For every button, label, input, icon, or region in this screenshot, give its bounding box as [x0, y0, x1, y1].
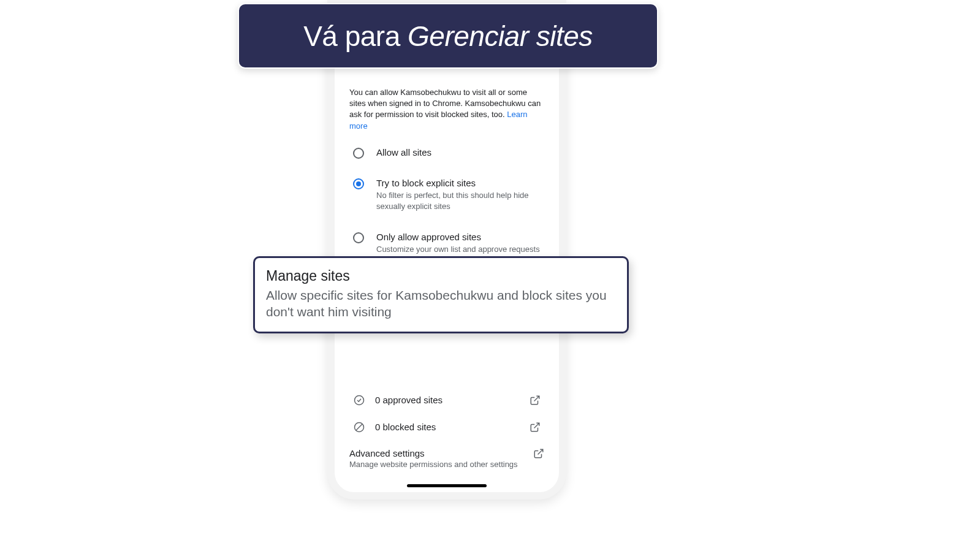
banner-text: Vá para Gerenciar sites	[303, 20, 593, 53]
svg-line-1	[534, 396, 539, 401]
svg-line-4	[534, 423, 539, 428]
radio-icon	[353, 148, 364, 159]
option-description: No filter is perfect, but this should he…	[376, 190, 544, 212]
option-title: Only allow approved sites	[376, 231, 544, 243]
instruction-banner: Vá para Gerenciar sites	[238, 3, 658, 69]
block-icon	[353, 421, 365, 433]
blocked-count: 0 blocked sites	[375, 422, 520, 432]
svg-line-5	[538, 449, 543, 454]
settings-screen: You can allow Kamsobechukwu to visit all…	[335, 7, 559, 476]
home-indicator	[407, 484, 487, 487]
check-icon	[353, 394, 365, 406]
radio-icon-selected	[353, 178, 364, 189]
blocked-sites-row[interactable]: 0 blocked sites	[349, 414, 544, 441]
approved-count: 0 approved sites	[375, 395, 520, 405]
callout-description: Allow specific sites for Kamsobechukwu a…	[266, 287, 616, 321]
option-block-explicit[interactable]: Try to block explicit sites No filter is…	[349, 177, 544, 213]
approved-sites-row[interactable]: 0 approved sites	[349, 387, 544, 414]
advanced-settings-row[interactable]: Advanced settings Manage website permiss…	[349, 441, 544, 476]
banner-prefix: Vá para	[303, 20, 408, 52]
svg-point-0	[355, 395, 364, 405]
intro-description: You can allow Kamsobechukwu to visit all…	[349, 87, 544, 132]
advanced-title: Advanced settings	[349, 448, 523, 458]
external-link-icon	[530, 395, 541, 406]
svg-line-3	[356, 424, 363, 431]
manage-sites-callout: Manage sites Allow specific sites for Ka…	[253, 256, 629, 333]
advanced-description: Manage website permissions and other set…	[349, 460, 523, 469]
banner-italic: Gerenciar sites	[408, 20, 593, 52]
phone-mockup: You can allow Kamsobechukwu to visit all…	[327, 0, 566, 500]
external-link-icon	[533, 448, 544, 459]
radio-icon	[353, 232, 364, 243]
option-title: Allow all sites	[376, 146, 544, 159]
option-allow-all[interactable]: Allow all sites	[349, 146, 544, 159]
external-link-icon	[530, 422, 541, 433]
option-title: Try to block explicit sites	[376, 177, 544, 189]
callout-title: Manage sites	[266, 268, 616, 284]
